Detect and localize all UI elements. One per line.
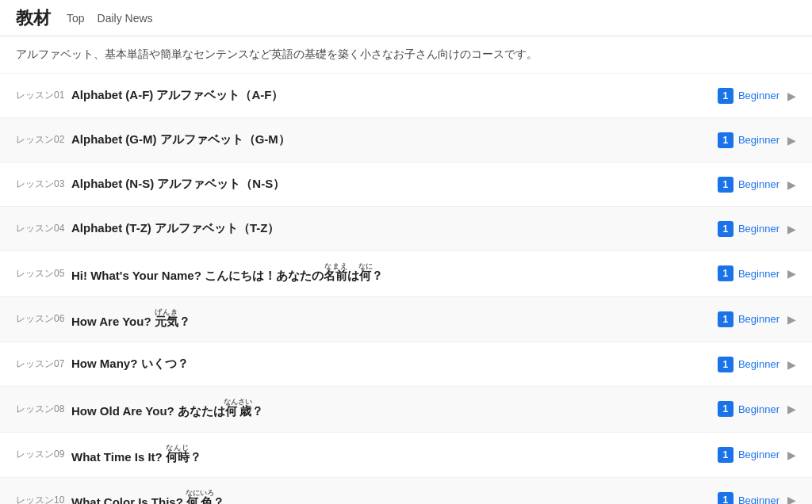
page-title: 教材	[16, 6, 51, 30]
lesson-number: レッスン05	[16, 267, 71, 281]
arrow-icon: ▶	[787, 90, 796, 102]
lesson-title: How Many? いくつ？	[71, 355, 718, 373]
lesson-row[interactable]: レッスン02Alphabet (G-M) アルファベット（G-M）1Beginn…	[0, 118, 812, 162]
lesson-row[interactable]: レッスン04Alphabet (T-Z) アルファベット（T-Z）1Beginn…	[0, 207, 812, 251]
level-label: Beginner	[738, 494, 779, 504]
lesson-number: レッスン09	[16, 448, 71, 461]
lesson-number: レッスン04	[16, 222, 71, 235]
level-badge: 1	[718, 492, 733, 504]
lesson-title: What Color Is This? 何色なにいろ？	[71, 489, 718, 504]
lesson-meta: 1Beginner▶	[718, 311, 796, 327]
lesson-list: レッスン01Alphabet (A-F) アルファベット（A-F）1Beginn…	[0, 74, 812, 504]
lesson-meta: 1Beginner▶	[718, 357, 796, 372]
level-badge: 1	[718, 447, 733, 463]
level-label: Beginner	[738, 268, 779, 280]
lesson-meta: 1Beginner▶	[718, 401, 796, 417]
arrow-icon: ▶	[787, 134, 796, 147]
lesson-row[interactable]: レッスン06How Are You? 元気げんき？1Beginner▶	[0, 297, 812, 343]
lesson-title: How Old Are You? あなたは何歳なんさい？	[71, 398, 718, 421]
header: 教材 Top Daily News	[0, 0, 812, 36]
lesson-meta: 1Beginner▶	[718, 265, 796, 281]
lesson-title: Hi! What's Your Name? こんにちは！あなたの名前なまえは何な…	[71, 262, 718, 285]
lesson-row[interactable]: レッスン05Hi! What's Your Name? こんにちは！あなたの名前…	[0, 251, 812, 297]
lesson-number: レッスン10	[16, 494, 71, 504]
arrow-icon: ▶	[787, 494, 796, 504]
nav-daily-news[interactable]: Daily News	[98, 12, 153, 25]
lesson-title: Alphabet (A-F) アルファベット（A-F）	[71, 86, 718, 105]
level-label: Beginner	[738, 449, 779, 460]
level-label: Beginner	[738, 358, 779, 370]
lesson-number: レッスン06	[16, 312, 71, 326]
lesson-number: レッスン07	[16, 357, 71, 371]
lesson-title: Alphabet (G-M) アルファベット（G-M）	[71, 131, 718, 149]
level-badge: 1	[718, 311, 733, 327]
level-label: Beginner	[738, 313, 779, 325]
lesson-number: レッスン02	[16, 133, 71, 147]
level-badge: 1	[718, 132, 733, 148]
level-badge: 1	[718, 88, 733, 104]
lesson-meta: 1Beginner▶	[718, 88, 796, 104]
level-badge: 1	[718, 401, 733, 417]
level-badge: 1	[718, 177, 733, 193]
level-label: Beginner	[738, 403, 779, 415]
nav-top[interactable]: Top	[67, 12, 85, 25]
level-label: Beginner	[738, 134, 779, 146]
lesson-meta: 1Beginner▶	[718, 492, 796, 504]
level-badge: 1	[718, 221, 733, 237]
level-label: Beginner	[738, 90, 779, 101]
arrow-icon: ▶	[787, 178, 796, 191]
lesson-meta: 1Beginner▶	[718, 132, 796, 148]
arrow-icon: ▶	[787, 223, 796, 235]
lesson-row[interactable]: レッスン09What Time Is It? 何時なんじ？1Beginner▶	[0, 433, 812, 479]
arrow-icon: ▶	[787, 358, 796, 371]
lesson-row[interactable]: レッスン01Alphabet (A-F) アルファベット（A-F）1Beginn…	[0, 74, 812, 118]
lesson-title: How Are You? 元気げんき？	[71, 308, 718, 331]
lesson-meta: 1Beginner▶	[718, 177, 796, 193]
level-label: Beginner	[738, 178, 779, 190]
lesson-number: レッスン03	[16, 178, 71, 191]
level-badge: 1	[718, 357, 733, 372]
arrow-icon: ▶	[787, 403, 796, 415]
lesson-row[interactable]: レッスン10What Color Is This? 何色なにいろ？1Beginn…	[0, 478, 812, 504]
lesson-row[interactable]: レッスン08How Old Are You? あなたは何歳なんさい？1Begin…	[0, 387, 812, 433]
level-label: Beginner	[738, 223, 779, 235]
lesson-number: レッスン01	[16, 89, 71, 102]
lesson-number: レッスン08	[16, 403, 71, 416]
lesson-meta: 1Beginner▶	[718, 447, 796, 463]
course-description: アルファベット、基本単語や簡単なセンテンスなど英語の基礎を築く小さなお子さん向け…	[0, 36, 812, 74]
level-badge: 1	[718, 265, 733, 281]
lesson-meta: 1Beginner▶	[718, 221, 796, 237]
lesson-title: Alphabet (T-Z) アルファベット（T-Z）	[71, 220, 718, 238]
lesson-title: Alphabet (N-S) アルファベット（N-S）	[71, 175, 718, 193]
arrow-icon: ▶	[787, 267, 796, 280]
lesson-row[interactable]: レッスン03Alphabet (N-S) アルファベット（N-S）1Beginn…	[0, 162, 812, 207]
arrow-icon: ▶	[787, 313, 796, 326]
lesson-row[interactable]: レッスン07How Many? いくつ？1Beginner▶	[0, 342, 812, 387]
lesson-title: What Time Is It? 何時なんじ？	[71, 444, 718, 467]
arrow-icon: ▶	[787, 449, 796, 461]
